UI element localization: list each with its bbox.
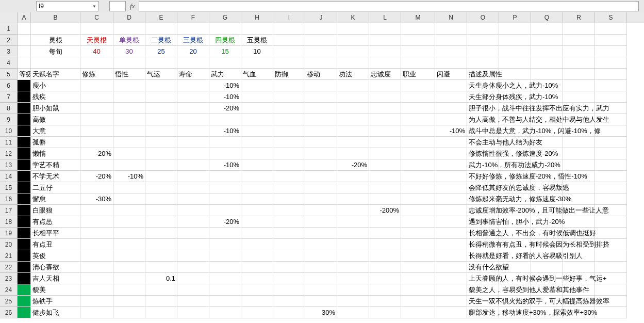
cell[interactable] — [305, 46, 337, 57]
cell[interactable] — [241, 114, 273, 125]
cell[interactable] — [113, 284, 145, 296]
row-header[interactable]: 9 — [0, 114, 18, 125]
cell[interactable] — [435, 159, 467, 171]
cell[interactable] — [113, 216, 145, 228]
cell[interactable] — [177, 114, 209, 125]
cell[interactable]: 有点丑 — [31, 239, 80, 250]
cell[interactable] — [337, 307, 369, 318]
cell[interactable] — [337, 91, 369, 103]
cell[interactable] — [305, 125, 337, 137]
cell[interactable] — [80, 273, 113, 284]
cell[interactable] — [435, 228, 467, 239]
cell[interactable]: 等级 — [18, 69, 31, 80]
cell[interactable] — [241, 307, 273, 318]
cell[interactable] — [273, 296, 305, 307]
cell[interactable] — [401, 46, 435, 57]
row-header[interactable]: 6 — [0, 80, 18, 91]
cell[interactable]: 炼铁手 — [31, 296, 80, 307]
cell[interactable] — [177, 273, 209, 284]
cell[interactable] — [241, 228, 273, 239]
cell[interactable] — [369, 137, 401, 148]
cell[interactable] — [305, 284, 337, 296]
column-header[interactable]: H — [241, 12, 273, 23]
cell[interactable] — [145, 137, 177, 148]
cell[interactable] — [595, 182, 627, 193]
cell[interactable] — [369, 216, 401, 228]
cell[interactable] — [80, 284, 113, 296]
cell[interactable]: 上天眷顾的人，有时候会遇到一些好事，气运+ — [467, 273, 499, 284]
row-header[interactable]: 7 — [0, 91, 18, 103]
cell[interactable] — [305, 137, 337, 148]
cell[interactable] — [305, 262, 337, 273]
cell[interactable] — [273, 103, 305, 114]
cell[interactable] — [305, 216, 337, 228]
cell[interactable] — [595, 137, 627, 148]
row-header[interactable]: 20 — [0, 239, 18, 250]
cell[interactable] — [209, 57, 241, 69]
cell[interactable] — [337, 148, 369, 159]
cell[interactable] — [305, 182, 337, 193]
cell[interactable]: 孤僻 — [31, 137, 80, 148]
cell[interactable]: 白眼狼 — [31, 205, 80, 216]
cell[interactable] — [113, 205, 145, 216]
cell[interactable] — [595, 91, 627, 103]
cell[interactable] — [241, 205, 273, 216]
cell[interactable] — [435, 171, 467, 182]
cell[interactable] — [401, 228, 435, 239]
cell[interactable] — [209, 250, 241, 262]
cell[interactable] — [337, 125, 369, 137]
cell[interactable] — [209, 262, 241, 273]
row-header[interactable]: 24 — [0, 284, 18, 296]
cell[interactable] — [145, 182, 177, 193]
row-header[interactable]: 26 — [0, 307, 18, 318]
cell[interactable] — [401, 159, 435, 171]
cell[interactable] — [113, 80, 145, 91]
cell[interactable] — [337, 239, 369, 250]
name-box[interactable]: I9 ▼ — [36, 1, 99, 11]
cell[interactable] — [241, 193, 273, 205]
cell[interactable] — [337, 182, 369, 193]
cell[interactable] — [369, 46, 401, 57]
cell[interactable] — [145, 262, 177, 273]
cell[interactable]: -10% — [209, 91, 241, 103]
cell[interactable]: 四灵根 — [209, 35, 241, 46]
cell[interactable] — [305, 148, 337, 159]
cell[interactable]: 貌美 — [31, 284, 80, 296]
cell[interactable] — [305, 228, 337, 239]
cell[interactable]: -200% — [369, 205, 401, 216]
cell[interactable]: 清心寡欲 — [31, 262, 80, 273]
cell[interactable] — [113, 296, 145, 307]
cell[interactable] — [209, 148, 241, 159]
cell[interactable] — [595, 46, 627, 57]
cell[interactable]: 天灵根 — [80, 35, 113, 46]
row-header[interactable]: 16 — [0, 193, 18, 205]
cell[interactable]: 40 — [80, 46, 113, 57]
cell[interactable] — [177, 23, 209, 35]
cell[interactable] — [305, 91, 337, 103]
cell[interactable] — [18, 171, 31, 182]
row-header[interactable]: 23 — [0, 273, 18, 284]
cell[interactable] — [369, 307, 401, 318]
cell[interactable]: 不会主动与他人结为好友 — [467, 137, 499, 148]
cell[interactable] — [369, 91, 401, 103]
column-header[interactable]: E — [145, 12, 177, 23]
cell[interactable]: 腿部发达，移动速度+30%，探索效率+30% — [467, 307, 499, 318]
cell[interactable]: 三灵根 — [177, 35, 209, 46]
cell[interactable]: 胆子很小，战斗中往往发挥不出应有实力，武力 — [467, 103, 499, 114]
cell[interactable] — [563, 46, 595, 57]
row-header[interactable]: 3 — [0, 46, 18, 57]
cell[interactable] — [273, 80, 305, 91]
cell[interactable] — [337, 250, 369, 262]
cell[interactable] — [595, 307, 627, 318]
cell[interactable] — [273, 46, 305, 57]
cell[interactable] — [241, 137, 273, 148]
cell[interactable]: 长相普通之人，不出众，有时候低调也挺好 — [467, 228, 499, 239]
cell[interactable] — [209, 273, 241, 284]
cell[interactable] — [435, 23, 467, 35]
column-header[interactable]: S — [595, 12, 627, 23]
cell[interactable] — [273, 193, 305, 205]
cell[interactable] — [177, 239, 209, 250]
cell[interactable] — [595, 216, 627, 228]
cell[interactable]: 没有什么欲望 — [467, 262, 499, 273]
cell[interactable]: 武力 — [209, 69, 241, 80]
